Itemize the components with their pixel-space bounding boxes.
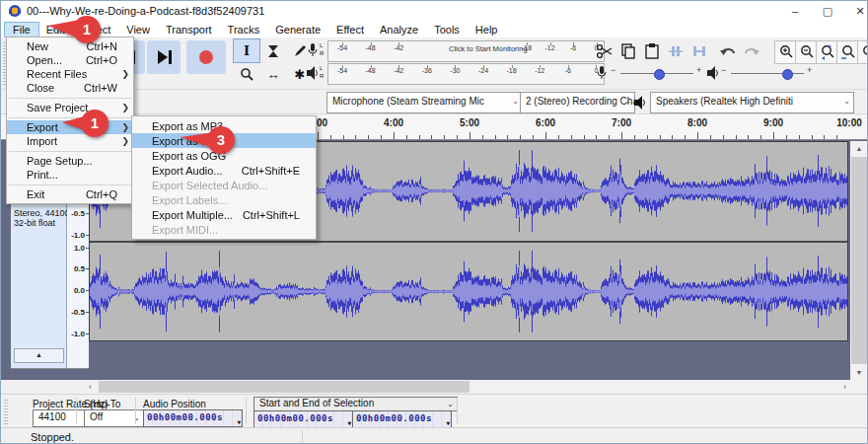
menu-item-export-multiple[interactable]: Export Multiple...Ctrl+Shift+L: [132, 207, 316, 222]
menu-bar: FileEditSelectViewTransportTracksGenerat…: [1, 22, 867, 37]
record-meter-mic-icon[interactable]: [307, 42, 319, 58]
timeline-tick: [773, 132, 774, 139]
menu-item-page-setup[interactable]: Page Setup...: [7, 154, 133, 168]
silence-audio-button[interactable]: [688, 40, 710, 62]
timeline-label: 4:00: [384, 117, 403, 128]
selection-mode-dropdown[interactable]: Start and End of Selection⌄: [253, 397, 458, 411]
play-meter-speaker-icon[interactable]: [306, 65, 320, 81]
menu-item-export-labels[interactable]: Export Labels...: [132, 192, 316, 207]
recording-meter[interactable]: -54-48-42Click to Start Monitoring-18-12…: [327, 40, 605, 62]
skip-to-end-button[interactable]: [147, 40, 181, 74]
timeline-tick: [660, 135, 661, 139]
divider: [135, 398, 136, 424]
menubar-item-tools[interactable]: Tools: [426, 23, 468, 37]
meter-tick-label: -36: [422, 67, 432, 74]
playback-meter[interactable]: -54-48-42-36-30-24-18-12-60: [327, 63, 605, 85]
menu-item-print[interactable]: Print...: [7, 168, 133, 182]
minimize-button[interactable]: –: [780, 1, 810, 21]
ibeam-icon: I: [244, 43, 250, 58]
copy-button[interactable]: [617, 40, 639, 62]
horizontal-scroll-thumb[interactable]: [99, 381, 470, 393]
menubar-item-effect[interactable]: Effect: [328, 23, 372, 37]
play-meter-l-label: L: [320, 65, 323, 71]
menu-item-shortcut: Ctrl+Q: [86, 188, 117, 200]
play-vol-plus: +: [807, 65, 812, 75]
timeline-tick: [672, 135, 673, 139]
menu-item-open[interactable]: Open...Ctrl+O: [7, 53, 133, 67]
meter-tick-label: -24: [478, 67, 488, 74]
close-button[interactable]: ✕: [845, 1, 868, 21]
menu-item-recent-files[interactable]: Recent Files❯: [7, 67, 133, 81]
timeline-tick: [330, 135, 331, 139]
playback-volume-speaker-icon: [706, 65, 720, 81]
audacity-window: 00---Why-We-re-Doing-a-Podcast-f8d3f5240…: [0, 0, 868, 444]
microphone-device-dropdown[interactable]: Microphone (Steam Streaming Mic⌄: [326, 92, 523, 113]
cut-button[interactable]: [594, 40, 615, 62]
menubar-item-file[interactable]: File: [5, 23, 38, 37]
scale-label: -0.5: [71, 209, 85, 218]
scale-label: 0.5: [74, 264, 85, 273]
scale-label: -0.5: [71, 308, 85, 317]
horizontal-scrollbar[interactable]: ‹ ›: [85, 380, 850, 394]
menu-item-label: Export Audio...: [152, 165, 242, 177]
menu-item-export-midi[interactable]: Export MIDI...: [132, 222, 316, 237]
record-button[interactable]: [186, 40, 226, 74]
submenu-arrow-icon: ❯: [119, 103, 129, 112]
menubar-item-view[interactable]: View: [118, 23, 158, 37]
paste-button[interactable]: [641, 40, 663, 62]
undo-icon: [719, 42, 737, 60]
track-collapse-button[interactable]: ▲: [14, 348, 64, 363]
scroll-right-icon[interactable]: ›: [843, 380, 846, 394]
scroll-up-icon[interactable]: ▲: [850, 145, 868, 152]
paste-icon: [643, 42, 661, 60]
timeline-label: 5:00: [460, 117, 479, 128]
undo-button[interactable]: [717, 40, 739, 62]
menubar-item-generate[interactable]: Generate: [267, 23, 328, 37]
selection-toolbar-grip[interactable]: [4, 399, 8, 424]
selection-start-field[interactable]: 00h00m00.000s▼: [253, 410, 353, 428]
timeshift-tool-button[interactable]: ↔: [260, 63, 286, 86]
scale-label: -1.0: [71, 231, 85, 240]
menubar-item-help[interactable]: Help: [468, 23, 506, 37]
zoom-selection-icon: [820, 44, 835, 60]
zoom-fit-icon: [840, 44, 856, 60]
badge-number: 3: [217, 131, 225, 148]
vertical-scroll-thumb[interactable]: [851, 157, 867, 364]
timeline-tick: [571, 135, 572, 139]
speakers-device-dropdown[interactable]: Speakers (Realtek High Definiti⌄: [650, 92, 854, 113]
divider: [76, 398, 77, 424]
redo-button[interactable]: [741, 40, 762, 62]
menubar-item-transport[interactable]: Transport: [158, 23, 220, 37]
monitor-prompt-text[interactable]: Click to Start Monitoring: [449, 44, 528, 53]
recording-volume-thumb[interactable]: [654, 69, 665, 80]
envelope-tool-button[interactable]: [260, 39, 286, 62]
zoom-toggle-button[interactable]: [857, 40, 868, 64]
trim-audio-button[interactable]: [665, 40, 687, 62]
maximize-button[interactable]: ▢: [813, 1, 842, 21]
scroll-down-icon[interactable]: ▼: [850, 369, 868, 376]
vertical-scrollbar[interactable]: ▲ ▼: [850, 141, 868, 380]
menu-item-exit[interactable]: ExitCtrl+Q: [7, 187, 133, 201]
asterisk-icon: ✱: [295, 67, 306, 82]
menubar-item-tracks[interactable]: Tracks: [220, 23, 268, 37]
meter-tick-label: -12: [535, 67, 544, 74]
selection-end-field[interactable]: 00h00m00.000s▼: [352, 410, 452, 428]
timeline-tick: [786, 135, 787, 139]
menu-item-close[interactable]: CloseCtrl+W: [7, 81, 133, 95]
meter-tick-label: -42: [394, 44, 403, 51]
timeline-tick: [381, 135, 382, 139]
timeline-tick: [799, 135, 800, 139]
audacity-logo-icon: [8, 4, 22, 18]
menu-item-export-audio[interactable]: Export Audio...Ctrl+Shift+E: [132, 163, 316, 178]
menubar-item-analyze[interactable]: Analyze: [372, 23, 426, 37]
scroll-left-icon[interactable]: ‹: [89, 380, 92, 394]
selection-tool-button[interactable]: I: [234, 39, 259, 62]
zoom-tool-button[interactable]: [234, 63, 259, 86]
audio-position-field[interactable]: 00h00m00.000s▼: [143, 409, 243, 427]
field-down-arrow-icon[interactable]: ▼: [237, 414, 241, 427]
playback-volume-thumb[interactable]: [782, 69, 793, 80]
meter-tick-label: -6: [570, 44, 576, 51]
waveform-right-channel[interactable]: [90, 243, 847, 340]
menu-item-export-selected-audio[interactable]: Export Selected Audio...: [132, 178, 316, 192]
recording-channels-dropdown[interactable]: 2 (Stereo) Recording Chai⌄: [520, 92, 635, 113]
